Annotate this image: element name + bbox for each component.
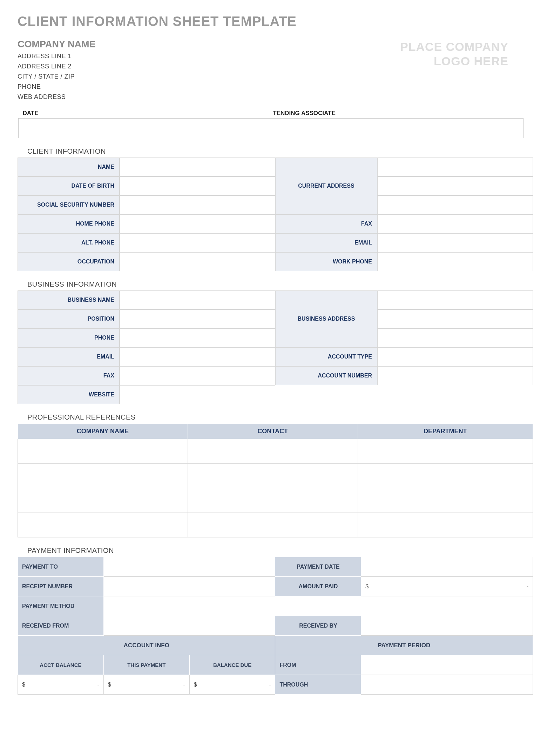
payment-to-field[interactable]: [103, 557, 275, 577]
business-section-title: BUSINESS INFORMATION: [27, 280, 533, 288]
payment-method-field[interactable]: [103, 596, 533, 616]
through-label: THROUGH: [275, 675, 361, 695]
position-field[interactable]: [120, 309, 275, 328]
refs-cell[interactable]: [188, 439, 358, 464]
logo-text-1: PLACE COMPANY: [400, 40, 508, 54]
dollar-sign: $: [108, 682, 111, 688]
dash: -: [527, 583, 528, 590]
date-label: DATE: [19, 108, 271, 119]
page-title: CLIENT INFORMATION SHEET TEMPLATE: [18, 14, 533, 29]
payment-date-field[interactable]: [361, 557, 533, 577]
balance-due-field[interactable]: $ -: [189, 675, 275, 695]
payment-period-header: PAYMENT PERIOD: [275, 636, 533, 655]
refs-col-contact: CONTACT: [188, 424, 358, 439]
home-phone-label: HOME PHONE: [18, 214, 120, 233]
business-phone-field[interactable]: [120, 328, 275, 347]
acct-type-label: ACCOUNT TYPE: [275, 347, 377, 366]
refs-cell[interactable]: [358, 464, 533, 488]
refs-cell[interactable]: [188, 513, 358, 537]
client-section-title: CLIENT INFORMATION: [27, 147, 533, 155]
business-name-field[interactable]: [120, 290, 275, 309]
alt-phone-label: ALT. PHONE: [18, 233, 120, 252]
received-from-field[interactable]: [103, 616, 275, 636]
tending-field[interactable]: [271, 119, 523, 138]
payment-method-label: PAYMENT METHOD: [18, 596, 104, 616]
refs-cell[interactable]: [18, 513, 188, 537]
acct-num-field[interactable]: [377, 366, 533, 385]
position-label: POSITION: [18, 309, 120, 328]
business-info-table: BUSINESS NAME BUSINESS ADDRESS POSITION …: [18, 290, 533, 404]
logo-text-2: LOGO HERE: [400, 54, 508, 68]
refs-cell[interactable]: [18, 464, 188, 488]
header-row: COMPANY NAME ADDRESS LINE 1 ADDRESS LINE…: [18, 39, 533, 101]
home-phone-field[interactable]: [120, 214, 275, 233]
from-label: FROM: [275, 655, 361, 675]
client-dob-label: DATE OF BIRTH: [18, 176, 120, 195]
refs-cell[interactable]: [358, 439, 533, 464]
business-name-label: BUSINESS NAME: [18, 290, 120, 309]
balance-due-label: BALANCE DUE: [189, 655, 275, 675]
refs-col-dept: DEPARTMENT: [358, 424, 533, 439]
dash: -: [269, 682, 271, 688]
client-info-table: NAME CURRENT ADDRESS DATE OF BIRTH SOCIA…: [18, 158, 533, 271]
dash: -: [97, 682, 99, 688]
dollar-sign: $: [365, 583, 369, 590]
client-email-label: EMAIL: [275, 233, 377, 252]
city-state-zip: CITY / STATE / ZIP: [18, 73, 96, 80]
client-dob-field[interactable]: [120, 176, 275, 195]
refs-cell[interactable]: [188, 488, 358, 513]
dollar-sign: $: [22, 682, 25, 688]
business-email-label: EMAIL: [18, 347, 120, 366]
current-address-field-1[interactable]: [377, 158, 533, 176]
client-ssn-field[interactable]: [120, 195, 275, 214]
refs-cell[interactable]: [18, 488, 188, 513]
through-field[interactable]: [361, 675, 533, 695]
refs-cell[interactable]: [18, 439, 188, 464]
received-by-label: RECEIVED BY: [275, 616, 361, 636]
company-name-label: COMPANY NAME: [18, 39, 96, 50]
receipt-num-field[interactable]: [103, 577, 275, 596]
acct-balance-field[interactable]: $ -: [18, 675, 104, 695]
date-field[interactable]: [19, 119, 271, 138]
alt-phone-field[interactable]: [120, 233, 275, 252]
client-email-field[interactable]: [377, 233, 533, 252]
acct-type-field[interactable]: [377, 347, 533, 366]
business-address-label: BUSINESS ADDRESS: [275, 290, 377, 347]
refs-cell[interactable]: [188, 464, 358, 488]
logo-placeholder: PLACE COMPANY LOGO HERE: [400, 40, 508, 68]
client-fax-field[interactable]: [377, 214, 533, 233]
refs-cell[interactable]: [358, 488, 533, 513]
meta-table: DATE TENDING ASSOCIATE: [18, 108, 524, 138]
refs-section-title: PROFESSIONAL REFERENCES: [27, 413, 533, 421]
current-address-field-3[interactable]: [377, 195, 533, 214]
received-from-label: RECEIVED FROM: [18, 616, 104, 636]
refs-table: COMPANY NAME CONTACT DEPARTMENT: [18, 423, 533, 537]
occupation-label: OCCUPATION: [18, 252, 120, 271]
payment-date-label: PAYMENT DATE: [275, 557, 361, 577]
website-label: WEBSITE: [18, 385, 120, 404]
current-address-field-2[interactable]: [377, 176, 533, 195]
business-email-field[interactable]: [120, 347, 275, 366]
dollar-sign: $: [194, 682, 197, 688]
business-address-field-1[interactable]: [377, 290, 533, 309]
refs-cell[interactable]: [358, 513, 533, 537]
amount-paid-field[interactable]: $ -: [361, 577, 533, 596]
business-address-field-3[interactable]: [377, 328, 533, 347]
payment-table: PAYMENT TO PAYMENT DATE RECEIPT NUMBER A…: [18, 557, 533, 695]
occupation-field[interactable]: [120, 252, 275, 271]
this-payment-field[interactable]: $ -: [103, 675, 189, 695]
work-phone-field[interactable]: [377, 252, 533, 271]
refs-col-company: COMPANY NAME: [18, 424, 188, 439]
receipt-num-label: RECEIPT NUMBER: [18, 577, 104, 596]
acct-num-label: ACCOUNT NUMBER: [275, 366, 377, 385]
client-ssn-label: SOCIAL SECURITY NUMBER: [18, 195, 120, 214]
from-field[interactable]: [361, 655, 533, 675]
acct-balance-label: ACCT BALANCE: [18, 655, 104, 675]
client-name-label: NAME: [18, 158, 120, 176]
website-field[interactable]: [120, 385, 275, 404]
address-line-1: ADDRESS LINE 1: [18, 53, 96, 60]
business-fax-field[interactable]: [120, 366, 275, 385]
business-address-field-2[interactable]: [377, 309, 533, 328]
received-by-field[interactable]: [361, 616, 533, 636]
client-name-field[interactable]: [120, 158, 275, 176]
